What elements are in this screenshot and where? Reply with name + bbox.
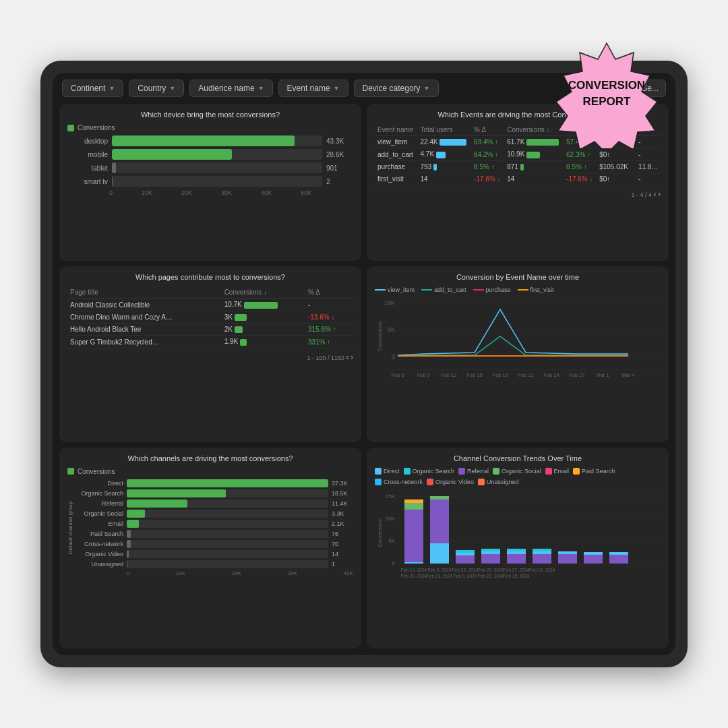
svg-rect-46: [533, 549, 551, 551]
svg-text:5K: 5K: [388, 326, 395, 333]
channel-chart-legend: Conversions: [67, 468, 353, 475]
svg-text:15K: 15K: [386, 493, 396, 499]
svg-text:Mar 4: Mar 4: [621, 372, 634, 377]
legend-color: [67, 125, 74, 131]
legend-label: Conversions: [78, 124, 115, 131]
svg-text:0: 0: [392, 560, 396, 566]
svg-rect-28: [404, 510, 423, 564]
svg-text:10K: 10K: [386, 516, 396, 522]
bar-row-desktop: desktop 43.3K: [70, 135, 351, 146]
line-chart-title: Conversion by Event Name over time: [375, 273, 661, 281]
bar-row-mobile: mobile 28.6K: [70, 149, 351, 160]
pages-table-card: Which pages contribute most to conversio…: [59, 266, 361, 442]
table-row: Super G Timbuk2 Recycled… 1.9K 331% ↑: [67, 336, 353, 348]
table-row: Hello Android Black Tee 2K 315.6% ↑: [67, 324, 353, 336]
line-chart-card: Conversion by Event Name over time view_…: [367, 266, 669, 442]
device-chart-card: Which device bring the most conversions?…: [59, 104, 361, 261]
svg-text:Feb 21, 2024: Feb 21, 2024: [427, 574, 453, 578]
channel-row: Referral 11.4K: [76, 499, 353, 508]
line-chart-svg: 10K 5K 0 Feb 6 Feb 9 Feb 12 Feb 15: [375, 296, 661, 377]
svg-rect-35: [456, 555, 475, 564]
svg-rect-34: [430, 543, 449, 564]
svg-rect-48: [558, 551, 577, 554]
svg-text:Feb 6: Feb 6: [391, 372, 404, 377]
svg-rect-32: [430, 499, 449, 543]
svg-text:5K: 5K: [388, 538, 395, 544]
legend-color: [67, 468, 74, 475]
svg-rect-44: [533, 554, 551, 564]
svg-text:Feb 15: Feb 15: [466, 372, 482, 377]
channel-row: Paid Search 76: [76, 530, 353, 538]
svg-text:Feb 21: Feb 21: [518, 372, 533, 377]
svg-text:Feb 15, 2024: Feb 15, 2024: [529, 568, 555, 572]
table-row: first_visit 14 -17.6% ↓ 14 -17.6% ↓ $0↑ …: [375, 173, 661, 185]
bar-row-tablet: tablet 901: [70, 162, 351, 173]
tablet-frame: Continent ▼ Country ▼ Audience name ▼ Ev…: [40, 61, 688, 667]
table-row: add_to_cart 4.7K 84.2% ↑ 10.9K 62.3% ↑ $…: [375, 148, 661, 160]
chevron-down-icon: ▼: [424, 85, 430, 92]
legend-label: Conversions: [78, 468, 115, 475]
svg-text:Feb 26, 2024: Feb 26, 2024: [478, 568, 504, 572]
svg-rect-50: [584, 552, 603, 555]
pages-table: Page title Conversions ↓ % Δ Android Cla…: [67, 286, 353, 348]
svg-rect-41: [507, 554, 526, 564]
svg-text:Mar 1: Mar 1: [596, 372, 609, 377]
svg-text:Feb 29, 2024: Feb 29, 2024: [452, 568, 479, 572]
device-bar-chart: desktop 43.3K mobile 28.6K tablet 901: [67, 135, 353, 187]
line-chart-legend: view_item add_to_cart purchase first_vis…: [375, 286, 661, 293]
svg-rect-51: [609, 555, 628, 564]
svg-rect-52: [609, 552, 628, 555]
channel-row: Cross-network 70: [76, 540, 353, 548]
svg-rect-49: [584, 555, 603, 564]
chevron-down-icon: ▼: [258, 85, 264, 92]
table-row: Chrome Dino Warm and Cozy A… 3K -13.6% ↓: [67, 311, 353, 323]
svg-rect-31: [404, 562, 423, 564]
svg-text:Feb 24: Feb 24: [543, 372, 559, 377]
channel-row: Organic Social 3.3K: [76, 510, 353, 518]
event-filter[interactable]: Event name ▼: [278, 80, 348, 97]
svg-text:Feb 9: Feb 9: [417, 372, 429, 377]
country-filter[interactable]: Country ▼: [129, 80, 184, 97]
svg-rect-39: [481, 551, 500, 554]
svg-text:Feb 19, 2024: Feb 19, 2024: [401, 568, 427, 572]
channel-y-label: Default channel group: [67, 502, 73, 554]
chevron-down-icon: ▼: [109, 85, 115, 92]
pages-pagination: 1 - 100 / 1192 ‹ ›: [67, 353, 353, 362]
svg-rect-45: [533, 551, 551, 554]
prev-page-button[interactable]: ‹: [346, 353, 348, 362]
next-page-button[interactable]: ›: [351, 353, 353, 362]
audience-filter[interactable]: Audience name ▼: [189, 80, 272, 97]
next-page-button[interactable]: ›: [658, 189, 661, 199]
stacked-chart-title: Channel Conversion Trends Over Time: [375, 454, 661, 462]
svg-text:0: 0: [392, 353, 395, 360]
continent-filter[interactable]: Continent ▼: [62, 80, 123, 97]
chevron-down-icon: ▼: [334, 85, 340, 92]
stacked-chart-svg: 15K 10K 5K 0 Conversions: [375, 489, 661, 584]
svg-rect-30: [404, 499, 423, 503]
chevron-down-icon: ▼: [169, 85, 175, 92]
date-selector[interactable]: 📅 Se...: [621, 80, 666, 97]
channel-chart-title: Which channels are driving the most conv…: [67, 454, 353, 462]
svg-rect-36: [456, 553, 475, 555]
svg-rect-38: [481, 554, 500, 564]
pages-table-title: Which pages contribute most to conversio…: [67, 273, 353, 281]
events-table-title: Which Events are driving the most Conver…: [375, 111, 661, 119]
screen: Continent ▼ Country ▼ Audience name ▼ Ev…: [53, 73, 675, 655]
svg-text:10K: 10K: [384, 299, 395, 306]
device-chart-title: Which device bring the most conversions?: [67, 111, 353, 119]
channel-row: Unassigned 1: [76, 560, 353, 568]
svg-text:Feb 22, 2024: Feb 22, 2024: [478, 574, 504, 578]
stacked-chart-card: Channel Conversion Trends Over Time Dire…: [367, 448, 669, 648]
channel-row: Email 2.1K: [76, 520, 353, 528]
svg-rect-29: [404, 503, 423, 510]
svg-text:Feb 9, 2024: Feb 9, 2024: [454, 574, 477, 578]
channel-row: Organic Search 18.5K: [76, 489, 353, 497]
channel-row: Direct 37.3K: [76, 479, 353, 487]
device-filter[interactable]: Device category ▼: [354, 80, 439, 97]
table-row: view_item 22.4K 69.4% ↑ 61.7K 57.4% ↑ $0…: [375, 136, 661, 148]
bar-row-smarttv: smart tv 2: [70, 176, 351, 187]
svg-rect-37: [456, 550, 475, 553]
svg-text:Feb 27: Feb 27: [569, 372, 584, 377]
svg-text:Feb 20, 2024: Feb 20, 2024: [401, 574, 427, 578]
prev-page-button[interactable]: ‹: [653, 189, 656, 199]
